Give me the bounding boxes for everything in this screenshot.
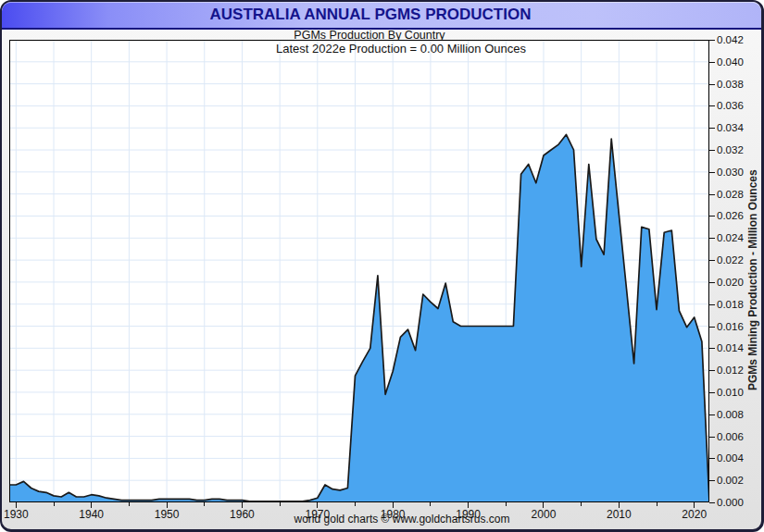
chart-window: AUSTRALIA ANNUAL PGMS PRODUCTION PGMs Pr… [0, 0, 764, 532]
y-axis-tick [709, 502, 715, 503]
y-tick-label: 0.014 [717, 343, 744, 353]
x-tick-label: 1990 [456, 508, 481, 521]
y-axis-tick [709, 84, 715, 85]
y-axis-tick [709, 437, 715, 438]
y-tick-label: 0.038 [717, 80, 744, 90]
x-axis-tick [430, 502, 431, 506]
area-chart-svg [9, 40, 709, 502]
y-axis-tick [709, 458, 715, 459]
y-axis-tick [709, 260, 715, 261]
x-tick-label: 1950 [155, 508, 180, 521]
y-axis-tick [709, 216, 715, 217]
y-tick-label: 0.042 [717, 35, 744, 45]
y-tick-label: 0.030 [717, 167, 744, 178]
x-axis-tick [280, 502, 281, 506]
y-axis-tick [709, 62, 715, 63]
plot-area: Latest 2022e Production = 0.00 Million O… [9, 40, 709, 502]
y-axis-tick [709, 150, 715, 151]
y-tick-label: 0.032 [717, 145, 744, 155]
y-tick-label: 0.000 [717, 498, 744, 508]
chart-title-bar: AUSTRALIA ANNUAL PGMS PRODUCTION [2, 2, 761, 30]
y-axis-tick [709, 392, 715, 393]
x-tick-label: 1970 [305, 508, 330, 521]
y-tick-label: 0.024 [717, 233, 744, 243]
x-axis-tick [54, 502, 55, 506]
x-axis-tick [506, 502, 507, 506]
x-tick-label: 2010 [607, 508, 632, 521]
y-tick-label: 0.040 [717, 57, 744, 68]
x-tick-label: 2020 [682, 508, 707, 521]
x-tick-label: 1940 [79, 508, 104, 521]
chart-title: AUSTRALIA ANNUAL PGMS PRODUCTION [210, 6, 532, 24]
y-axis-tick [709, 304, 715, 305]
y-axis-tick [709, 414, 715, 415]
x-axis-tick [581, 502, 582, 506]
y-axis-tick [709, 327, 715, 328]
y-tick-label: 0.036 [717, 101, 744, 111]
latest-production-annotation: Latest 2022e Production = 0.00 Million O… [276, 42, 526, 56]
y-tick-label: 0.004 [717, 453, 744, 464]
y-axis-tick [709, 40, 715, 41]
x-axis-tick [657, 502, 658, 506]
y-tick-label: 0.002 [717, 476, 744, 486]
x-axis-tick [355, 502, 356, 506]
y-tick-label: 0.010 [717, 388, 744, 398]
y-axis-title: PGMs Mining Production - Million Ounces [746, 169, 759, 390]
y-axis-tick [709, 238, 715, 239]
x-tick-label: 1960 [230, 508, 255, 521]
x-axis-tick [204, 502, 205, 506]
y-tick-label: 0.028 [717, 190, 744, 200]
x-tick-label: 1980 [381, 508, 406, 521]
x-tick-label: 1930 [4, 508, 29, 521]
y-tick-label: 0.006 [717, 432, 744, 442]
y-axis-tick [709, 128, 715, 129]
y-tick-label: 0.008 [717, 410, 744, 420]
area-series-fill [9, 134, 709, 502]
y-tick-label: 0.022 [717, 255, 744, 266]
y-axis-tick [709, 172, 715, 173]
y-axis-tick [709, 194, 715, 195]
y-tick-label: 0.020 [717, 278, 744, 288]
y-tick-label: 0.034 [717, 123, 744, 133]
y-axis-tick [709, 105, 715, 106]
y-tick-label: 0.026 [717, 211, 744, 221]
y-axis-tick [709, 348, 715, 349]
y-tick-label: 0.012 [717, 365, 744, 376]
y-tick-label: 0.018 [717, 300, 744, 310]
x-tick-label: 2000 [532, 508, 557, 521]
y-axis-tick [709, 282, 715, 283]
y-tick-label: 0.016 [717, 322, 744, 332]
x-axis-tick [129, 502, 130, 506]
y-axis-tick [709, 370, 715, 371]
y-axis-tick [709, 480, 715, 481]
